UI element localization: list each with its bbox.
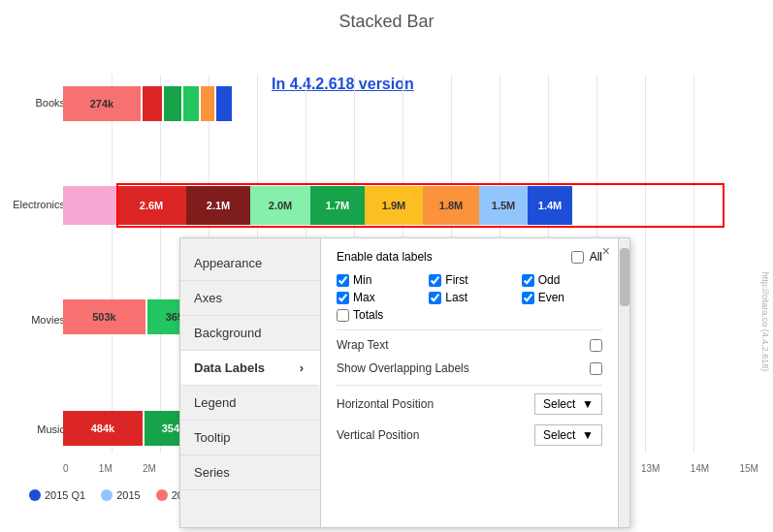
panel-sidebar: Appearance Axes Background Data Labels ›… — [180, 238, 321, 527]
enable-data-labels-label: Enable data labels — [337, 250, 564, 264]
sidebar-arrow-datalabels: › — [300, 360, 304, 375]
all-checkbox[interactable] — [571, 251, 584, 264]
sidebar-item-legend[interactable]: Legend — [180, 386, 320, 421]
books-bar: 274k — [63, 84, 232, 123]
sidebar-item-appearance[interactable]: Appearance — [180, 246, 320, 281]
checkbox-group: Min First Odd Max Last — [337, 273, 602, 322]
y-label-electronics: Electronics — [2, 199, 65, 210]
y-label-books: Books — [12, 97, 65, 109]
books-row: 274k — [63, 84, 725, 123]
max-checkbox[interactable] — [337, 292, 349, 304]
totals-checkbox[interactable] — [337, 309, 349, 322]
books-seg-2 — [143, 86, 162, 121]
movies-seg-1: 503k — [63, 299, 145, 334]
elec-seg-1: 2.6M — [116, 186, 186, 225]
min-checkbox[interactable] — [337, 274, 349, 287]
legend-dot-2 — [156, 489, 168, 501]
all-label: All — [590, 250, 602, 264]
even-checkbox[interactable] — [522, 292, 534, 304]
sidebar-item-tooltip[interactable]: Tooltip — [180, 421, 320, 455]
legend-item-1: 2015 — [101, 489, 140, 501]
horizontal-position-row: Horizontal Position Select ▼ — [337, 393, 602, 415]
vertical-select-label: Select — [543, 428, 575, 442]
sidebar-label-appearance: Appearance — [194, 256, 262, 270]
last-checkbox[interactable] — [429, 292, 441, 304]
cb-last-item: Last — [429, 291, 509, 304]
books-seg-3 — [164, 86, 181, 121]
panel-overlay: Appearance Axes Background Data Labels ›… — [179, 237, 630, 528]
wrap-text-row: Wrap Text — [337, 338, 602, 352]
sidebar-label-axes: Axes — [194, 291, 222, 305]
elec-seg-5: 1.9M — [365, 186, 423, 225]
first-checkbox[interactable] — [429, 274, 441, 287]
books-seg-1: 274k — [63, 86, 141, 121]
x-label-1: 1M — [99, 463, 113, 474]
enable-data-labels-row: Enable data labels All — [337, 250, 602, 264]
close-button[interactable]: × — [602, 244, 610, 258]
panel-content: × Enable data labels All Min First — [321, 238, 618, 527]
vertical-position-row: Vertical Position Select ▼ — [337, 424, 602, 446]
x-label-2: 2M — [143, 463, 156, 474]
music-seg-1: 484k — [63, 411, 143, 446]
x-label-15: 15M — [739, 463, 757, 474]
min-label: Min — [353, 273, 371, 287]
panel-divider-1 — [337, 329, 602, 330]
x-label-13: 13M — [641, 463, 660, 474]
show-overlapping-row: Show Overlapping Labels — [337, 361, 602, 375]
last-label: Last — [445, 291, 467, 304]
legend-label-0: 2015 Q1 — [45, 489, 85, 501]
legend-dot-1 — [101, 489, 113, 501]
odd-checkbox[interactable] — [522, 274, 534, 287]
horizontal-select-label: Select — [543, 397, 575, 411]
cb-max-item: Max — [337, 291, 417, 304]
legend-label-1: 2015 — [116, 489, 140, 501]
even-label: Even — [538, 291, 564, 304]
electronics-bar: 2.6M 2.1M 2.0M 1.7M 1.9M 1.8M 1.5M 1.4M — [116, 186, 725, 225]
elec-seg-8: 1.4M — [528, 186, 572, 225]
totals-label: Totals — [353, 308, 383, 322]
grid-line-13 — [693, 75, 694, 453]
sidebar-item-datalabels[interactable]: Data Labels › — [180, 351, 320, 386]
sidebar-label-series: Series — [194, 465, 230, 480]
grid-line-1 — [112, 75, 113, 453]
electronics-row: 2.6M 2.1M 2.0M 1.7M 1.9M 1.8M 1.5M 1.4M — [63, 186, 725, 225]
horizontal-position-select[interactable]: Select ▼ — [534, 393, 602, 415]
chart-area: Stacked Bar In 4.4.2.618 version Books E… — [0, 0, 773, 532]
horizontal-select-arrow: ▼ — [582, 397, 594, 411]
show-overlapping-checkbox[interactable] — [590, 362, 602, 375]
sidebar-label-legend: Legend — [194, 395, 236, 410]
horizontal-position-label: Horizontal Position — [337, 397, 534, 411]
y-label-music: Music — [16, 423, 65, 435]
vertical-position-select[interactable]: Select ▼ — [534, 424, 602, 446]
chart-title: Stacked Bar — [0, 0, 773, 32]
sidebar-label-datalabels: Data Labels — [194, 360, 265, 375]
sidebar-item-series[interactable]: Series — [180, 455, 320, 490]
sidebar-item-background[interactable]: Background — [180, 316, 320, 351]
cb-min-item: Min — [337, 273, 417, 287]
books-seg-6 — [216, 86, 232, 121]
grid-line-12 — [645, 75, 646, 453]
books-seg-5 — [201, 86, 214, 121]
vertical-position-label: Vertical Position — [337, 428, 534, 442]
cb-even-item: Even — [522, 291, 602, 304]
scrollbar-thumb[interactable] — [620, 248, 629, 306]
sidebar-label-tooltip: Tooltip — [194, 430, 231, 445]
elec-seg-4: 1.7M — [310, 186, 365, 225]
watermark: http://citara.co (4.4.2.618) — [757, 133, 773, 511]
legend-item-0: 2015 Q1 — [29, 489, 85, 501]
x-label-14: 14M — [691, 463, 709, 474]
panel-divider-2 — [337, 385, 602, 386]
grid-line-2 — [160, 75, 161, 453]
legend-dot-0 — [29, 489, 41, 501]
wrap-text-label: Wrap Text — [337, 338, 590, 352]
max-label: Max — [353, 291, 375, 304]
scrollbar-track[interactable] — [618, 238, 629, 527]
cb-odd-item: Odd — [522, 273, 602, 287]
elec-seg-2: 2.1M — [186, 186, 250, 225]
wrap-text-checkbox[interactable] — [590, 339, 602, 352]
first-label: First — [445, 273, 467, 287]
cb-first-item: First — [429, 273, 509, 287]
odd-label: Odd — [538, 273, 561, 287]
y-label-movies: Movies — [12, 314, 65, 326]
sidebar-item-axes[interactable]: Axes — [180, 281, 320, 316]
